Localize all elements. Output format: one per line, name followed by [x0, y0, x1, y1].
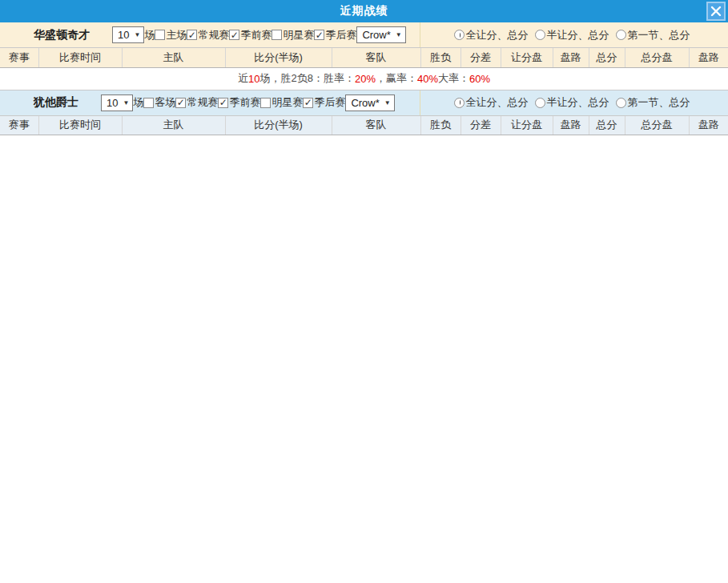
filter-checkboxes: 客场常规赛季前赛明星赛季后赛 — [143, 95, 345, 110]
column-header: 赛事 — [0, 116, 38, 135]
header-row: 赛事比赛时间主队比分(半场)客队胜负分差让分盘盘路总分总分盘盘路 — [0, 116, 728, 135]
unchecked-checkbox-icon[interactable] — [260, 98, 271, 108]
checkbox-label: 明星赛 — [283, 28, 314, 42]
results-table-jazz: 赛事比赛时间主队比分(半场)客队胜负分差让分盘盘路总分总分盘盘路 — [0, 116, 728, 136]
checked-checkbox-icon[interactable] — [303, 98, 313, 108]
radio-label: 全让分、总分 — [466, 28, 529, 42]
column-header: 赛事 — [0, 48, 38, 67]
filter-checkbox[interactable]: 主场 — [155, 28, 187, 42]
column-header: 总分盘 — [625, 48, 689, 67]
radio-icon[interactable] — [535, 98, 545, 108]
games-suffix-label: 场 — [144, 28, 155, 42]
column-header: 让分盘 — [501, 116, 553, 135]
column-header: 比赛时间 — [38, 48, 122, 67]
checked-checkbox-icon[interactable] — [314, 30, 324, 40]
filter-checkbox[interactable]: 季前赛 — [218, 95, 260, 110]
checked-checkbox-icon[interactable] — [229, 30, 239, 40]
filter-checkbox[interactable]: 明星赛 — [260, 95, 303, 110]
column-header: 让分盘 — [501, 48, 553, 67]
handicap-mode-radio[interactable]: 半让分、总分 — [535, 28, 609, 42]
checked-checkbox-icon[interactable] — [187, 30, 197, 40]
column-header: 比分(半场) — [225, 116, 332, 135]
radio-label: 第一节、总分 — [628, 95, 690, 110]
radio-label: 半让分、总分 — [547, 95, 609, 110]
handicap-mode-radios: 全让分、总分半让分、总分第一节、总分 — [420, 90, 728, 115]
chevron-down-icon: ▼ — [384, 97, 391, 109]
checked-checkbox-icon[interactable] — [175, 98, 186, 108]
handicap-mode-radio[interactable]: 第一节、总分 — [616, 95, 690, 110]
checkbox-label: 客场 — [155, 95, 175, 110]
chevron-down-icon: ▼ — [134, 29, 140, 41]
handicap-mode-radio[interactable]: 第一节、总分 — [616, 28, 690, 42]
unchecked-checkbox-icon[interactable] — [271, 30, 282, 40]
summary-stat-value: 60% — [469, 73, 490, 85]
filter-checkbox[interactable]: 客场 — [143, 95, 175, 110]
games-count-select[interactable]: 10 ▼ — [112, 26, 144, 43]
radio-icon[interactable] — [616, 98, 626, 108]
unchecked-checkbox-icon[interactable] — [155, 30, 165, 40]
column-header: 盘路 — [689, 48, 728, 67]
filter-checkbox[interactable]: 季后赛 — [303, 95, 345, 110]
radio-icon[interactable] — [535, 30, 545, 40]
column-header: 盘路 — [553, 48, 589, 67]
summary-stat-value: 40% — [417, 73, 438, 85]
column-header: 胜负 — [420, 48, 461, 67]
summary-stat-value: 10 — [248, 73, 259, 85]
column-header: 分差 — [461, 48, 501, 67]
summary-wizards: 近 10 场，胜2负8：胜率：20%，赢率：40% 大率：60% — [0, 68, 728, 90]
column-header: 比赛时间 — [38, 116, 122, 135]
handicap-mode-radio[interactable]: 全让分、总分 — [454, 28, 529, 42]
chevron-down-icon: ▼ — [123, 97, 129, 109]
column-header: 主队 — [122, 48, 225, 67]
radio-icon[interactable] — [616, 30, 626, 40]
filterbar-jazz: 犹他爵士 10 ▼ 场 客场常规赛季前赛明星赛季后赛 Crow* ▼ 全让分、总… — [0, 90, 728, 116]
column-header: 分差 — [461, 116, 501, 135]
radio-label: 全让分、总分 — [466, 95, 529, 110]
titlebar: 近期战绩 — [0, 0, 728, 22]
unchecked-checkbox-icon[interactable] — [143, 98, 154, 108]
dialog-title: 近期战绩 — [340, 4, 388, 18]
filter-checkbox[interactable]: 明星赛 — [271, 28, 314, 42]
column-header: 总分盘 — [625, 116, 689, 135]
radio-selected-icon[interactable] — [454, 30, 465, 40]
checkbox-label: 季后赛 — [325, 28, 356, 42]
radio-selected-icon[interactable] — [454, 98, 465, 108]
checkbox-label: 季前赛 — [229, 95, 260, 110]
chevron-down-icon: ▼ — [396, 29, 402, 41]
summary-text: ，赢率： — [376, 71, 417, 86]
handicap-mode-radio[interactable]: 全让分、总分 — [454, 95, 529, 110]
filter-checkbox[interactable]: 常规赛 — [187, 28, 229, 42]
column-header: 总分 — [589, 116, 625, 135]
handicap-mode-radio[interactable]: 半让分、总分 — [535, 95, 609, 110]
odds-type-select[interactable]: Crow* ▼ — [356, 26, 405, 43]
summary-text: 大率： — [438, 71, 469, 86]
summary-text: 近 — [238, 71, 248, 86]
checkbox-label: 明星赛 — [271, 95, 303, 110]
checkbox-label: 季后赛 — [314, 95, 345, 110]
checkbox-label: 季前赛 — [240, 28, 271, 42]
section-wizards: 华盛顿奇才 10 ▼ 场 主场常规赛季前赛明星赛季后赛 Crow* ▼ 全让分、… — [0, 22, 728, 90]
recent-results-dialog: 近期战绩 华盛顿奇才 10 ▼ 场 主场常规赛季前赛明星赛季后赛 Crow* ▼ — [0, 0, 728, 583]
filterbar-wizards: 华盛顿奇才 10 ▼ 场 主场常规赛季前赛明星赛季后赛 Crow* ▼ 全让分、… — [0, 22, 728, 48]
column-header: 比分(半场) — [225, 48, 332, 67]
header-row: 赛事比赛时间主队比分(半场)客队胜负分差让分盘盘路总分总分盘盘路 — [0, 48, 728, 67]
filter-checkbox[interactable]: 常规赛 — [175, 95, 218, 110]
column-header: 总分 — [589, 48, 625, 67]
odds-type-select[interactable]: Crow* ▼ — [345, 94, 394, 111]
checkbox-label: 主场 — [166, 28, 187, 42]
filter-checkbox[interactable]: 季后赛 — [314, 28, 356, 42]
radio-label: 半让分、总分 — [547, 28, 609, 42]
filter-checkbox[interactable]: 季前赛 — [229, 28, 271, 42]
close-icon — [710, 6, 722, 17]
section-jazz: 犹他爵士 10 ▼ 场 客场常规赛季前赛明星赛季后赛 Crow* ▼ 全让分、总… — [0, 90, 728, 136]
filter-checkboxes: 主场常规赛季前赛明星赛季后赛 — [155, 28, 356, 42]
team-name: 华盛顿奇才 — [34, 28, 90, 42]
radio-label: 第一节、总分 — [628, 28, 690, 42]
close-button[interactable] — [706, 2, 726, 21]
team-name: 犹他爵士 — [34, 95, 78, 110]
checked-checkbox-icon[interactable] — [218, 98, 228, 108]
column-header: 盘路 — [553, 116, 589, 135]
results-table-wizards: 赛事比赛时间主队比分(半场)客队胜负分差让分盘盘路总分总分盘盘路 — [0, 48, 728, 68]
column-header: 盘路 — [689, 116, 728, 135]
games-count-select[interactable]: 10 ▼ — [101, 94, 133, 111]
